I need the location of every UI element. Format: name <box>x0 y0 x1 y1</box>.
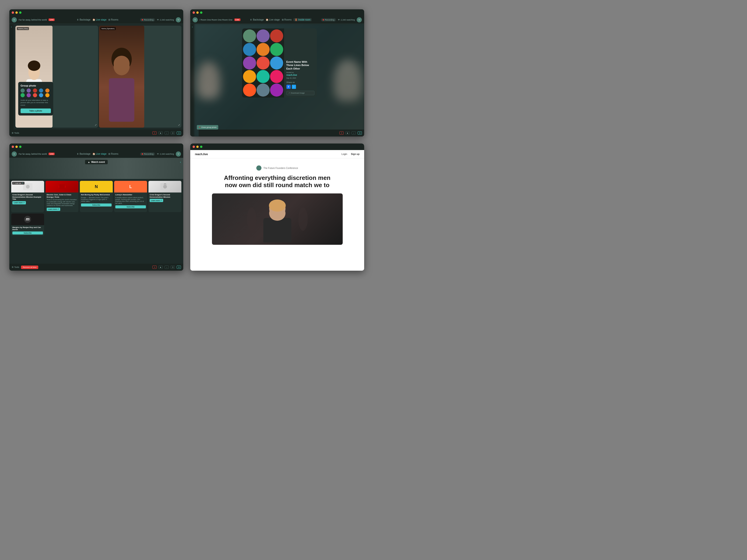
recording-badge-w2: Recording <box>321 18 336 22</box>
rooms-btn-w3[interactable]: ⊞ Rooms <box>108 153 118 155</box>
subscribe-boring[interactable]: Subscribe <box>81 204 111 207</box>
link-card-lenny[interactable]: L Lenny's Newsletter A weekly advice col… <box>114 181 147 212</box>
collage-av-10 <box>243 70 256 83</box>
mini-avatar-4 <box>39 88 43 92</box>
expand-btn-left[interactable]: ⤢ <box>95 124 97 126</box>
learn-more-tesla[interactable]: Learn more ↗ <box>47 208 60 211</box>
backstage-btn-w1[interactable]: ⏸ Backstage <box>77 19 91 21</box>
minimize-dot-w3[interactable] <box>16 145 18 148</box>
layout-ctrl-w3[interactable]: ⊡ <box>171 266 175 269</box>
thumb-margins: m <box>11 213 44 225</box>
live-stage-btn-w3[interactable]: 🏠 Live stage <box>93 153 107 155</box>
user-avatar-w1: U <box>12 17 17 22</box>
svg-rect-12 <box>59 184 65 189</box>
close-dot-w3[interactable] <box>12 145 14 148</box>
minimize-dot[interactable] <box>16 11 18 14</box>
close-dot-w2[interactable] <box>192 11 195 14</box>
mini-avatar-3 <box>33 88 37 92</box>
minimize-dot-w2[interactable] <box>196 11 199 14</box>
group-photo-title: Group photo <box>21 84 51 87</box>
close-edit-icon[interactable]: ✕ <box>22 182 23 184</box>
login-link[interactable]: Login <box>341 153 347 155</box>
close-ctrl-w2[interactable]: ✕ <box>339 131 344 135</box>
reach-live-brand: reach.live <box>195 153 208 156</box>
edit-overlay-crew1: ✏ Edit link ✕ <box>12 182 25 185</box>
mini-avatar-9 <box>39 93 43 97</box>
subscribe-lenny[interactable]: Subscribe <box>115 205 146 208</box>
collage-av-11 <box>257 70 269 83</box>
close-ctrl-w3[interactable]: ✕ <box>152 266 157 269</box>
settings-ctrl-w3[interactable]: ⚙ <box>177 266 181 269</box>
event-date: Sep 24, 2020 <box>286 77 314 79</box>
maximize-dot[interactable] <box>19 11 22 14</box>
close-ctrl-w1[interactable]: ✕ <box>152 131 157 135</box>
stop-ctrl-w2[interactable]: ■ <box>345 131 350 135</box>
eye-icon-w2: 👁 <box>338 19 340 21</box>
stage-bg-left <box>9 158 67 179</box>
watch-event-banner[interactable]: ▲ Watch event <box>85 160 108 164</box>
learn-more-crew2[interactable]: Learn more ↗ <box>150 199 163 202</box>
maximize-dot-w4[interactable] <box>200 145 202 148</box>
grid-icon-w3: ⊞ <box>108 153 110 155</box>
learn-more-crew1[interactable]: Learn more ↗ <box>12 201 26 205</box>
take-photo-button[interactable]: Take a photo <box>21 108 51 113</box>
tools-icon: ⚙ <box>12 132 14 134</box>
live-stage-btn-w1[interactable]: 🏠 Live stage <box>93 19 107 21</box>
watching-info-w2: 👁 2,340 watching <box>338 19 355 21</box>
link-card-crew2[interactable]: Crew Dragon's Second Demonstration Missi… <box>149 181 181 212</box>
inside-room-btn-w2[interactable]: 🚪 Inside room <box>293 18 311 21</box>
main-area-w2: Event Name With Three Lines Below Each O… <box>195 24 364 136</box>
facebook-share-btn[interactable]: f <box>286 85 291 89</box>
x-icon: ✕ <box>199 126 201 129</box>
links-row-2: m Margins by Ranjan Roy and Can Duruk Su… <box>11 213 181 236</box>
user-avatar-right-w3: U <box>176 152 181 157</box>
thumb-crew2 <box>149 181 181 192</box>
twitter-share-btn[interactable]: t <box>292 85 296 89</box>
margins-avatar: m <box>24 216 31 223</box>
rooms-btn-w1[interactable]: ⊞ Rooms <box>108 19 118 21</box>
close-dot[interactable] <box>12 11 14 14</box>
close-dot-w4[interactable] <box>192 145 195 148</box>
tools-btn-w1[interactable]: ⚙ Tools <box>12 132 19 134</box>
thumb-tesla <box>46 181 78 192</box>
download-image-btn[interactable]: ✓ Download image <box>286 91 314 95</box>
card-body-crew1: Crew Dragon's Second Demonstration Missi… <box>11 192 44 206</box>
settings-ctrl-w1[interactable]: ⚙ <box>177 131 181 135</box>
stop-ctrl-w3[interactable]: ■ <box>158 266 163 269</box>
edit-icon: ✏ <box>13 182 15 184</box>
speaker-silhouette <box>212 193 343 245</box>
minimize-dot-w4[interactable] <box>196 145 199 148</box>
expand-btn-right[interactable]: ⤢ <box>178 124 180 126</box>
bottom-bar-w3: ⚙ Tools Remove all links ✕ ■ ↓ ⊡ ⚙ <box>9 264 183 271</box>
download-ctrl-w1[interactable]: ↓ <box>164 131 169 135</box>
blur-figure-right <box>334 59 362 101</box>
link-card-tesla[interactable]: Electric Cars, Solar & Clean Energy | Te… <box>46 181 78 212</box>
link-card-margins[interactable]: m Margins by Ranjan Roy and Can Duruk Su… <box>11 213 44 236</box>
close-group-photo-btn[interactable]: ✕ Close group photo <box>197 125 218 130</box>
link-card-boring[interactable]: N Not Boring by Packy McCormick Essays —… <box>80 181 113 212</box>
backstage-btn-w2[interactable]: ⏸ Backstage <box>250 19 264 21</box>
download-ctrl-w3[interactable]: ↓ <box>164 266 169 269</box>
tools-btn-w3[interactable]: ⚙ Tools <box>12 266 19 268</box>
svg-point-18 <box>269 199 286 212</box>
mini-avatar-8 <box>33 93 37 97</box>
mini-avatar-7 <box>27 93 31 97</box>
svg-point-10 <box>26 185 30 189</box>
event-name-card: Event Name With Three Lines Below Each O… <box>286 60 314 70</box>
video-thumbnail[interactable] <box>212 193 343 245</box>
stop-ctrl-w1[interactable]: ■ <box>158 131 163 135</box>
link-card-crew1[interactable]: ✏ Edit link ✕ Crew Dragon's Second Demon… <box>11 181 44 212</box>
subscribe-margins[interactable]: Subscribe <box>12 232 43 235</box>
maximize-dot-w3[interactable] <box>19 145 22 148</box>
signup-link[interactable]: Sign up <box>351 153 360 155</box>
settings-ctrl-w2[interactable]: ⚙ <box>358 131 362 135</box>
rooms-btn-w2[interactable]: ⊞ Rooms <box>282 19 292 21</box>
maximize-dot-w2[interactable] <box>200 11 202 14</box>
live-stage-btn-w2[interactable]: 🏠 Live stage <box>266 19 280 21</box>
layout-ctrl-w1[interactable]: ⊡ <box>171 131 175 135</box>
remove-all-links-btn[interactable]: Remove all links <box>21 266 38 269</box>
recording-badge-w1: Recording <box>140 18 155 22</box>
avatar-grid <box>21 88 51 97</box>
backstage-btn-w3[interactable]: ⏸ Backstage <box>77 153 91 155</box>
download-ctrl-w2[interactable]: ↓ <box>352 131 356 135</box>
